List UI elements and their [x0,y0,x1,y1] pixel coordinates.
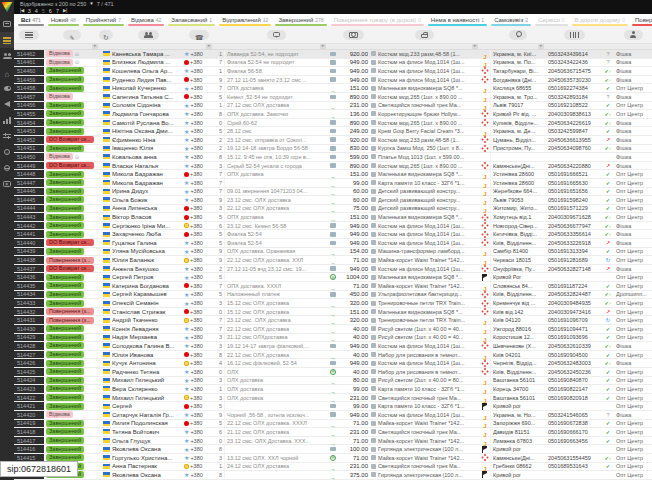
table-row[interactable]: 514417 Завершений ⊙ Ольга Глущук +380 0 … [14,437,652,446]
phone-number: +380 [190,429,202,435]
page-number[interactable]: 6 [49,8,52,14]
sidebar-item-dashboard[interactable] [0,16,14,32]
sidebar-item-marketing[interactable] [0,96,14,112]
column-manager-button[interactable] [624,30,643,40]
column-payment-button[interactable] [343,30,364,40]
table-row[interactable]: 514438 Повернення (з... ⊙ Юлия Баланюк +… [14,256,652,265]
sidebar-item-clients[interactable] [0,48,14,64]
table-row[interactable]: 514453 Завершений ⊙ Нікітіна Оксана Дми.… [14,127,652,136]
page-number[interactable]: 3 [28,8,31,14]
table-row[interactable]: 514451 Завершений ⊙ Іващенко Юлія +380 2… [14,145,652,154]
table-row[interactable]: 514443 Завершений ⊙ Віктор Власов +380 5… [14,213,652,222]
status-tab[interactable]: Повернення товару (в дорозі) 0 [329,14,426,26]
table-row[interactable]: 514461 Відмова ⊙ Близнюк Людмила ... +38… [14,59,652,68]
filter-caret-icon[interactable]: ▼ [320,44,326,49]
page-number[interactable]: 5 [42,8,45,14]
page-number[interactable]: 7 [56,8,59,14]
table-row[interactable]: 514416 Завершений ⊙ Яковлева Оксана +380… [14,445,652,454]
tab-underline [18,24,44,26]
status-tab[interactable]: Відмова 42 [126,14,166,26]
table-row[interactable]: 514426 Завершений ⊙ Кучук Антонина +380 … [14,359,652,368]
order-status-cell: Завершений ⊙ [44,76,100,84]
table-row[interactable]: 514442 Завершений ⊙ Сергіюнко Іріна Ми..… [14,222,652,231]
status-tab[interactable]: Нема в наявності 1 [426,14,489,26]
table-row[interactable]: 514460 Завершений ⊙ Кошелева Ольга Ар...… [14,67,652,76]
table-row[interactable]: 514462 Відмова ⊙ Каневська Тамара ... +3… [14,50,652,59]
comment-text: ОПХ доставка [224,84,328,92]
page-number[interactable]: 4 [35,8,38,14]
tracking-number: 0503242893184 [546,93,602,101]
sidebar-item-settings[interactable] [0,128,14,144]
phone-number: +380 [190,223,202,229]
filter-caret-icon[interactable]: ▼ [472,44,478,49]
table-row[interactable]: 514413 Завершений ⊙ Яковлева Оксана +380… [14,471,652,480]
status-tab[interactable]: Прийнятий 7 [81,14,126,26]
column-id-button[interactable] [19,30,39,40]
tracking-status-cell [602,377,614,385]
column-status-button[interactable] [63,30,80,40]
column-product-button[interactable] [415,30,434,40]
status-tab[interactable]: Самовивіз 2 [489,14,533,26]
operator-icon [184,361,189,366]
ukraine-flag-icon [103,103,110,108]
sidebar-item-company[interactable] [0,64,14,80]
status-tab[interactable]: Сервіси 0 [533,14,570,26]
table-row[interactable]: 514437 DO Возврат ск... ⊙ Анжела Безушко… [14,265,652,274]
app-logo-icon[interactable] [2,2,13,12]
filter-caret-icon[interactable]: ▼ [92,44,98,49]
product-cell: Светящийся гоночный трек Ма... [368,428,480,436]
status-tab[interactable]: Повернення [630,14,652,26]
column-location-button[interactable] [509,30,527,40]
package-icon [371,137,376,142]
package-icon [371,395,376,400]
source-label: Опт Центр [614,308,652,316]
operator-icon [184,85,189,92]
column-ttn-button[interactable] [564,30,585,40]
last-page-button[interactable]: ▶| [63,8,67,13]
delivery-location: Кегичівка, Відді... [490,230,546,238]
column-client-button[interactable] [138,30,159,40]
table-row[interactable]: 514441 Завершений ⊙ Захарченко Люба +380… [14,230,652,239]
country-cell [100,67,112,75]
sidebar-item-support[interactable] [0,160,14,176]
delivery-service-icon [482,274,488,281]
phone-cell: +380 [184,437,214,445]
table-row[interactable]: 514421 Завершений ⊙ Сергей +380 5 99.00 … [14,402,652,411]
status-tab[interactable]: Завершений 278 [273,14,328,26]
first-page-button[interactable]: |◀ [20,8,24,13]
order-id: 514429 [14,334,44,342]
phone-number: +380 [190,266,202,272]
filter-caret-icon[interactable]: ▼ [206,44,212,49]
status-tab[interactable]: В дорозі додому 0 [570,14,630,26]
tracking-number: 20400309671628 [546,213,602,221]
sidebar-item-info[interactable] [0,144,14,160]
table-row[interactable]: 514455 Завершений ⊙ Людмила Гончарова +3… [14,110,652,119]
status-tab[interactable]: Новий 48 [46,14,81,26]
table-row[interactable]: 514454 Завершений ⊙ Самотій Руслана Во..… [14,119,652,128]
delivery-cell [480,291,490,299]
sidebar-item-finance[interactable] [0,80,14,96]
caret-down-icon[interactable]: ▼ [89,1,93,6]
status-tab[interactable]: Відправлений 12 [217,14,273,26]
operator-icon [184,67,189,74]
table-row[interactable]: 514458 Завершений ⊙ Николай Кучеренко +3… [14,84,652,93]
tab-count: 48 [70,17,76,23]
status-tab[interactable]: Всі 471 [16,14,46,26]
table-row[interactable]: 514422 Завершений ⊙ Михаил Гилецький +38… [14,394,652,403]
column-comment-button[interactable] [267,30,286,40]
table-row[interactable]: 514435 Завершений ⊙ Катерина Богданова +… [14,282,652,291]
column-phone-button[interactable] [189,30,210,40]
column-callback-button[interactable] [99,30,113,40]
filter-caret-icon[interactable]: ▼ [538,44,544,49]
sidebar-item-statistics[interactable] [0,112,14,128]
sidebar-item-video[interactable] [0,176,14,192]
table-row[interactable]: 514450 Відмова ⊙ Ковальова анна +380 8 1… [14,153,652,162]
tracking-status-icon [606,94,609,100]
table-row[interactable]: 514429 Завершений ⊙ Надія Мерзаева +380 … [14,334,652,343]
sidebar-item-orders[interactable] [0,32,14,48]
status-tab[interactable]: Запакований 1 [166,14,217,26]
table-row[interactable]: 514452 DO Возврат ск... ⊙ Єфименко Ніна … [14,136,652,145]
operator-icon [184,395,189,400]
table-row[interactable]: 514427 Завершений ⊙ Юлия Иванова +380 8 … [14,351,652,360]
status-badge: Завершений [46,196,84,203]
